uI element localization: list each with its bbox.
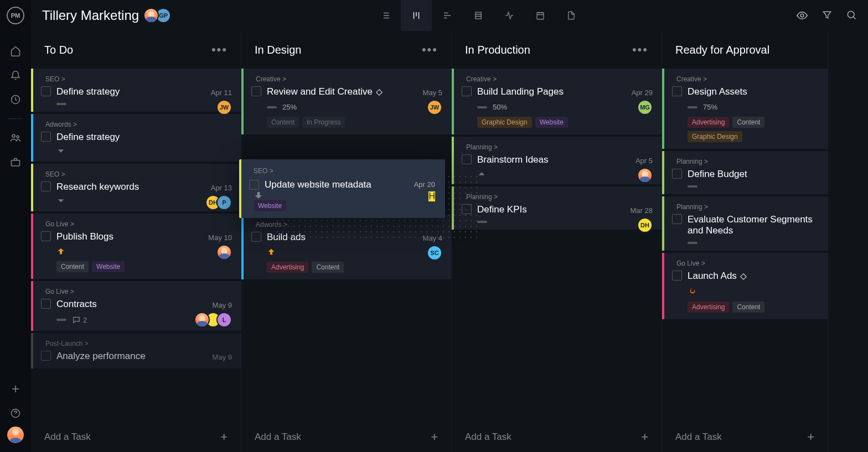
filter-icon[interactable] <box>822 9 833 22</box>
tag[interactable]: Graphic Design <box>688 131 742 142</box>
avatar[interactable] <box>194 312 210 328</box>
task-checkbox[interactable] <box>462 154 472 164</box>
tag[interactable]: Advertising <box>688 302 729 313</box>
tag[interactable]: Website <box>92 261 125 272</box>
add-task-button[interactable]: Add a Task+ <box>31 422 241 452</box>
sheet-view-icon[interactable] <box>463 0 494 31</box>
task-card[interactable]: Creative >Review and Edit Creative May 5… <box>241 69 451 134</box>
task-card[interactable]: Go Live >Publish BlogsMay 10ContentWebsi… <box>31 214 241 279</box>
avatar[interactable]: P <box>216 195 232 210</box>
tag[interactable]: In Progress <box>302 117 345 128</box>
card-assignees: MG <box>642 100 653 115</box>
add-task-label: Add a Task <box>465 432 512 443</box>
tag[interactable]: Content <box>732 302 764 313</box>
avatar[interactable]: H <box>428 191 435 201</box>
progress-bar <box>477 106 487 108</box>
task-checkbox[interactable] <box>251 86 261 96</box>
task-card[interactable]: Go Live >Launch Ads AdvertisingContent <box>662 253 828 319</box>
search-icon[interactable] <box>846 9 857 22</box>
avatar[interactable] <box>216 245 232 260</box>
card-category: Adwords > <box>45 121 232 128</box>
task-checkbox[interactable] <box>41 86 51 96</box>
avatar[interactable]: SC <box>427 245 442 261</box>
task-checkbox[interactable] <box>41 231 51 241</box>
app-logo[interactable]: PM <box>7 7 24 24</box>
tag[interactable]: Advertising <box>688 117 729 128</box>
bell-icon[interactable] <box>4 64 27 86</box>
task-checkbox[interactable] <box>41 132 51 142</box>
kanban-column: In Design•••Creative >Review and Edit Cr… <box>241 31 452 452</box>
avatar[interactable]: MG <box>637 100 653 115</box>
activity-view-icon[interactable] <box>494 0 525 31</box>
avatar[interactable]: DH <box>637 217 653 233</box>
task-card[interactable]: Creative >Build Landing PagesApr 29MG50%… <box>452 69 662 134</box>
task-card[interactable]: Planning >Define Budget <box>662 151 828 194</box>
progress-bar <box>56 103 66 105</box>
add-task-button[interactable]: Add a Task+ <box>452 422 662 452</box>
tag[interactable]: Graphic Design <box>477 117 532 128</box>
clock-icon[interactable] <box>4 89 27 111</box>
task-checkbox[interactable] <box>41 299 51 309</box>
task-card[interactable]: Adwords >Define strategy <box>31 114 241 162</box>
priority-icon <box>477 170 653 178</box>
task-card[interactable]: Planning >Define KPIsMar 28DH <box>452 186 662 230</box>
card-assignees: H <box>428 191 435 201</box>
avatar[interactable]: JW <box>216 100 232 115</box>
home-icon[interactable] <box>4 40 27 62</box>
task-checkbox[interactable] <box>672 271 682 280</box>
comments-count[interactable]: 2 <box>72 315 87 324</box>
avatar[interactable] <box>637 168 653 183</box>
briefcase-icon[interactable] <box>4 151 27 173</box>
sidebar-divider <box>8 118 23 119</box>
task-checkbox[interactable] <box>41 351 51 361</box>
dragging-card[interactable]: SEO > Update website metadata Apr 20 H W… <box>239 159 445 218</box>
avatar[interactable]: L <box>216 312 232 328</box>
task-checkbox[interactable] <box>672 86 682 96</box>
main-area: Tillery Marketing GP SEO > Update websit… <box>31 0 868 452</box>
task-checkbox[interactable] <box>249 180 259 190</box>
card-title: Evaluate Customer Segments and Needs <box>688 214 819 236</box>
task-card[interactable]: Post-Launch >Analyze performanceMay 9 <box>31 333 241 368</box>
task-checkbox[interactable] <box>672 169 682 179</box>
board-view-icon[interactable] <box>401 0 432 31</box>
task-card[interactable]: Go Live >ContractsMay 9L 2 <box>31 281 241 331</box>
project-members[interactable]: GP <box>147 8 171 23</box>
task-checkbox[interactable] <box>251 232 261 242</box>
task-card[interactable]: SEO >Research keywordsApr 13DHP <box>31 164 241 211</box>
task-checkbox[interactable] <box>462 86 472 96</box>
visibility-icon[interactable] <box>796 9 808 22</box>
task-card[interactable]: Planning >Evaluate Customer Segments and… <box>662 196 828 251</box>
tag[interactable]: Advertising <box>267 262 308 273</box>
project-title[interactable]: Tillery Marketing <box>42 8 139 23</box>
column-header: To Do••• <box>31 31 241 69</box>
add-task-button[interactable]: Add a Task+ <box>662 422 828 452</box>
add-icon[interactable] <box>4 378 27 400</box>
task-card[interactable]: Planning >Brainstorm IdeasApr 5 <box>452 137 662 184</box>
kanban-board: SEO > Update website metadata Apr 20 H W… <box>31 31 868 452</box>
column-menu-icon[interactable]: ••• <box>632 43 648 57</box>
task-card[interactable]: SEO >Define strategyApr 11JW <box>31 69 241 112</box>
calendar-view-icon[interactable] <box>525 0 556 31</box>
avatar[interactable] <box>143 8 159 23</box>
tag[interactable]: Website <box>254 200 286 211</box>
card-title: Review and Edit Creative <box>267 86 442 97</box>
task-checkbox[interactable] <box>41 181 51 191</box>
list-view-icon[interactable] <box>370 0 401 31</box>
tag[interactable]: Content <box>732 117 764 128</box>
tag[interactable]: Website <box>535 117 568 128</box>
tag[interactable]: Content <box>56 261 89 272</box>
add-task-button[interactable]: Add a Task+ <box>241 422 451 452</box>
plus-icon: + <box>431 430 438 444</box>
column-menu-icon[interactable]: ••• <box>422 43 438 57</box>
column-menu-icon[interactable]: ••• <box>211 43 228 57</box>
files-view-icon[interactable] <box>556 0 587 31</box>
avatar[interactable]: JW <box>427 100 442 115</box>
gantt-view-icon[interactable] <box>432 0 463 31</box>
tag[interactable]: Content <box>267 117 299 128</box>
people-icon[interactable] <box>4 127 27 149</box>
current-user-avatar[interactable] <box>7 427 24 443</box>
help-icon[interactable] <box>4 402 27 424</box>
tag[interactable]: Content <box>312 262 344 273</box>
task-checkbox[interactable] <box>672 214 682 224</box>
task-card[interactable]: Creative >Design Assets75%AdvertisingCon… <box>662 69 828 149</box>
